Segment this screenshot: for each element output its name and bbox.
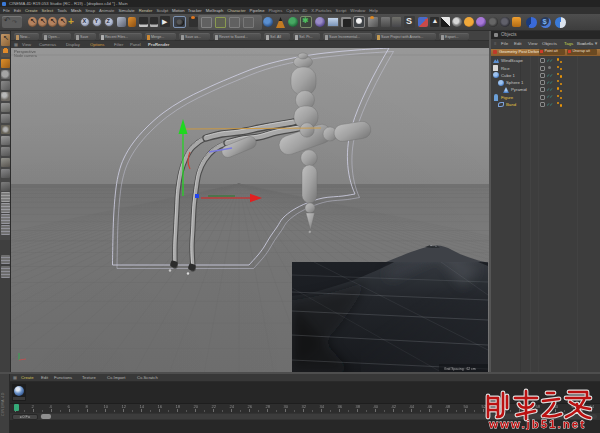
svg-text:www.jb51.net: www.jb51.net	[488, 418, 586, 430]
svg-text:Grid Spacing : 62 cm: Grid Spacing : 62 cm	[444, 367, 476, 371]
